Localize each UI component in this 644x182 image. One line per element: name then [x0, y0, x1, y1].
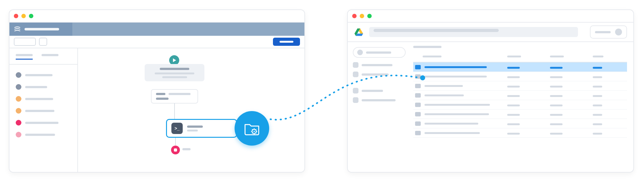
drive-nav-item[interactable]: [353, 97, 406, 103]
row-size: [593, 67, 602, 69]
table-row[interactable]: [413, 62, 627, 72]
param-value: [169, 93, 191, 95]
task-line-2: [162, 76, 187, 78]
row-modified: [550, 114, 563, 116]
row-owner: [507, 76, 520, 78]
table-row[interactable]: [413, 128, 627, 138]
nav-icon: [353, 62, 358, 68]
col-modified[interactable]: [550, 56, 564, 57]
task-title: [160, 68, 190, 70]
table-row[interactable]: [413, 81, 627, 91]
row-size: [593, 133, 602, 135]
row-name: [425, 85, 463, 87]
drive-main: [411, 42, 633, 171]
sidebar-item[interactable]: [9, 129, 77, 141]
drive-new-icon: [357, 50, 363, 55]
row-modified: [550, 95, 563, 97]
row-name: [425, 104, 490, 106]
row-name: [425, 76, 487, 78]
col-size[interactable]: [593, 56, 603, 57]
row-size: [593, 95, 602, 97]
row-owner: [507, 67, 520, 69]
search-input[interactable]: [14, 38, 36, 46]
window-minimize-icon[interactable]: [360, 14, 364, 18]
svg-line-6: [252, 129, 253, 130]
row-owner: [507, 104, 520, 106]
table-row[interactable]: [413, 100, 627, 110]
sidebar-item-label: [25, 122, 58, 124]
flow-edge-1: [174, 103, 175, 119]
drive-header: [348, 23, 633, 42]
drive-new-button[interactable]: [353, 47, 406, 58]
table-header: [413, 50, 627, 62]
breadcrumb[interactable]: [413, 46, 627, 48]
folder-icon: [415, 112, 421, 116]
terminal-icon: >_: [171, 123, 183, 134]
folder-icon: [415, 131, 421, 135]
status-dot-icon: [16, 108, 21, 114]
drive-window: [347, 9, 634, 173]
sidebar-item[interactable]: [9, 93, 77, 105]
status-dot-icon: [16, 120, 21, 126]
app-brand[interactable]: [9, 23, 72, 36]
sidebar-item-label: [25, 134, 55, 136]
sidebar-item-label: [25, 74, 53, 76]
drive-search-input[interactable]: [369, 27, 578, 37]
row-modified: [550, 86, 563, 88]
account-menu[interactable]: [590, 25, 627, 39]
table-row[interactable]: [413, 91, 627, 100]
sidebar-item[interactable]: [9, 117, 77, 129]
table-row[interactable]: [413, 110, 627, 119]
drive-nav-item[interactable]: [353, 88, 406, 94]
primary-action-button[interactable]: [273, 38, 300, 46]
sidebar-tab-2[interactable]: [42, 54, 58, 60]
row-name: [425, 132, 480, 134]
sidebar-item[interactable]: [9, 81, 77, 93]
drive-nav-item[interactable]: [353, 62, 406, 68]
flow-selected-task[interactable]: >_: [166, 119, 237, 138]
sidebar-item[interactable]: [9, 105, 77, 117]
selected-task-label: [187, 126, 203, 128]
table-row[interactable]: [413, 119, 627, 128]
row-owner: [507, 114, 520, 116]
row-name: [425, 113, 489, 115]
row-name: [425, 66, 487, 68]
flow-task-card[interactable]: [145, 64, 204, 81]
nav-label: [362, 90, 383, 92]
window-close-icon[interactable]: [14, 14, 18, 18]
row-size: [593, 76, 602, 78]
window-close-icon[interactable]: [352, 14, 357, 18]
folder-icon: [415, 103, 421, 107]
table-row[interactable]: [413, 72, 627, 81]
task-line-1: [155, 72, 194, 74]
sidebar-tab-1[interactable]: [16, 54, 33, 60]
row-size: [593, 86, 602, 88]
status-dot-icon: [16, 72, 21, 78]
toolbar-square-button[interactable]: [39, 38, 47, 46]
flow-edge-2: [175, 138, 176, 145]
flow-param-card[interactable]: [151, 89, 198, 104]
flow-canvas[interactable]: >_: [78, 48, 304, 172]
folder-action-badge[interactable]: [235, 111, 269, 146]
nav-label: [362, 64, 392, 66]
drive-logo-icon: [354, 28, 364, 36]
window-zoom-icon[interactable]: [367, 14, 372, 18]
folder-icon: [415, 65, 421, 69]
app-header: [9, 23, 304, 36]
row-owner: [507, 86, 520, 88]
row-modified: [550, 133, 563, 135]
sidebar-item[interactable]: [9, 69, 77, 81]
row-owner: [507, 133, 520, 135]
row-owner: [507, 123, 520, 125]
status-dot-icon: [16, 132, 21, 137]
window-minimize-icon[interactable]: [21, 14, 26, 18]
folder-icon: [415, 121, 421, 126]
flow-stop-node[interactable]: [171, 146, 180, 154]
drive-nav-item[interactable]: [353, 72, 406, 77]
col-name[interactable]: [423, 56, 441, 57]
row-modified: [550, 104, 563, 106]
row-name: [425, 94, 464, 96]
col-owner[interactable]: [507, 56, 521, 57]
window-titlebar: [348, 10, 633, 23]
window-zoom-icon[interactable]: [29, 14, 33, 18]
